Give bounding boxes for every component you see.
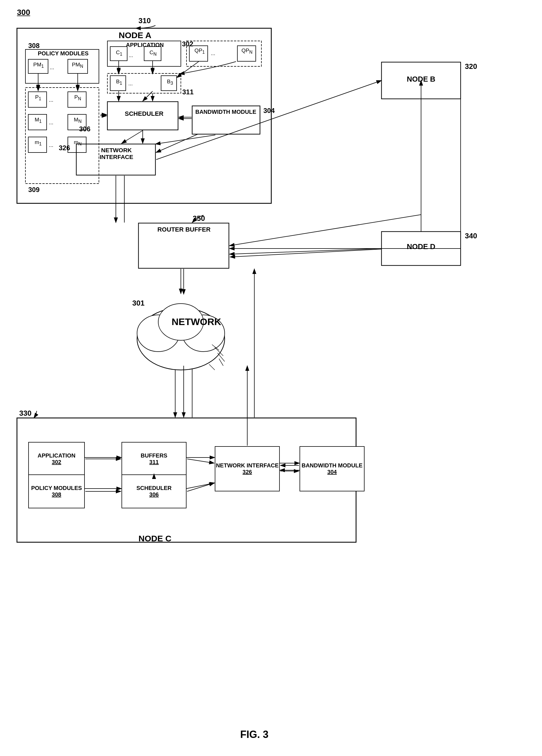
svg-line-66 bbox=[209, 364, 215, 370]
ref-309: 309 bbox=[28, 186, 40, 194]
svg-line-94 bbox=[155, 135, 215, 144]
ref-310: 310 bbox=[138, 16, 151, 25]
sm1-label: m1 bbox=[29, 139, 47, 147]
ref-326-a: 326 bbox=[59, 144, 70, 152]
ref-320: 320 bbox=[465, 62, 477, 71]
svg-line-92 bbox=[121, 130, 143, 143]
network-interface-box-c: NETWORK INTERFACE326 bbox=[215, 446, 280, 491]
ref-308: 308 bbox=[28, 42, 40, 50]
svg-line-80 bbox=[187, 483, 214, 491]
ref-306-a: 306 bbox=[79, 125, 90, 133]
ref-302: 302 bbox=[182, 40, 193, 48]
ref-350: 350 bbox=[193, 214, 205, 223]
b3-label: B3 bbox=[162, 79, 178, 86]
node-a-label: NODE A bbox=[119, 30, 151, 40]
policy-modules-box-c: POLICY MODULES308 bbox=[28, 474, 85, 508]
bandwidth-module-box-c: BANDWIDTH MODULE304 bbox=[300, 446, 365, 491]
ref-304-a: 304 bbox=[263, 107, 275, 115]
scheduler-box-c: SCHEDULER306 bbox=[121, 474, 186, 508]
router-buffer-label: ROUTER BUFFER bbox=[139, 226, 229, 233]
svg-line-62 bbox=[212, 345, 219, 350]
p-dots: ... bbox=[49, 97, 53, 103]
pmn-label: PMN bbox=[68, 62, 87, 69]
cn-label: CN bbox=[145, 49, 161, 57]
svg-line-76 bbox=[230, 249, 382, 257]
p1-label: P1 bbox=[29, 94, 47, 101]
svg-line-31 bbox=[177, 62, 199, 78]
fig-label: FIG. 3 bbox=[212, 729, 297, 740]
svg-line-44 bbox=[229, 215, 421, 246]
buffers-box-c: BUFFERS311 bbox=[121, 442, 186, 476]
ref-311-a: 311 bbox=[182, 88, 193, 96]
ref-301: 301 bbox=[132, 299, 144, 308]
network-label: NETWORK bbox=[161, 316, 232, 327]
b1-label: B1 bbox=[111, 79, 127, 86]
scheduler-label-a: SCHEDULER bbox=[110, 110, 178, 117]
svg-line-37 bbox=[156, 134, 198, 152]
mn-label: MN bbox=[69, 117, 86, 124]
m-dots: ... bbox=[49, 119, 53, 126]
pm-dots: ... bbox=[50, 64, 54, 71]
application-box-c: APPLICATION302 bbox=[28, 442, 85, 476]
b-dots: ... bbox=[128, 80, 133, 87]
pm1-label: PM1 bbox=[29, 62, 48, 69]
node-c-label: NODE C bbox=[138, 534, 171, 543]
qpn-label: QPN bbox=[238, 47, 255, 55]
svg-line-79 bbox=[187, 459, 214, 463]
svg-line-48 bbox=[229, 249, 382, 254]
diagram-ref-300: 300 bbox=[17, 8, 30, 17]
c1-label: C1 bbox=[111, 49, 127, 57]
ref-340: 340 bbox=[465, 232, 477, 240]
policy-modules-label-a: POLICY MODULES bbox=[27, 50, 99, 57]
bandwidth-module-label-a: BANDWIDTH MODULE bbox=[193, 109, 258, 115]
diagram-container: 300 310 NODE A 308 POLICY MODULES PM1 ..… bbox=[0, 0, 542, 756]
ref-330: 330 bbox=[19, 409, 31, 418]
svg-line-65 bbox=[219, 359, 223, 366]
svg-line-52 bbox=[186, 483, 215, 489]
qp-dots: ... bbox=[211, 50, 215, 56]
pn-label: PN bbox=[69, 94, 86, 101]
svg-line-64 bbox=[217, 353, 225, 361]
c-dots: ... bbox=[128, 52, 133, 58]
qp1-label: QP1 bbox=[190, 47, 209, 55]
svg-line-90 bbox=[143, 91, 153, 101]
node-b-label: NODE B bbox=[383, 75, 459, 84]
svg-rect-17 bbox=[25, 88, 99, 184]
network-interface-label-a: NETWORKINTERFACE bbox=[79, 147, 154, 160]
smn-label: mN bbox=[69, 139, 86, 147]
svg-line-63 bbox=[215, 347, 223, 356]
m1-label: M1 bbox=[29, 117, 47, 124]
application-label-a: APPLICATION bbox=[109, 42, 181, 48]
node-d-label: NODE D bbox=[383, 242, 459, 251]
sm-dots: ... bbox=[49, 142, 53, 148]
